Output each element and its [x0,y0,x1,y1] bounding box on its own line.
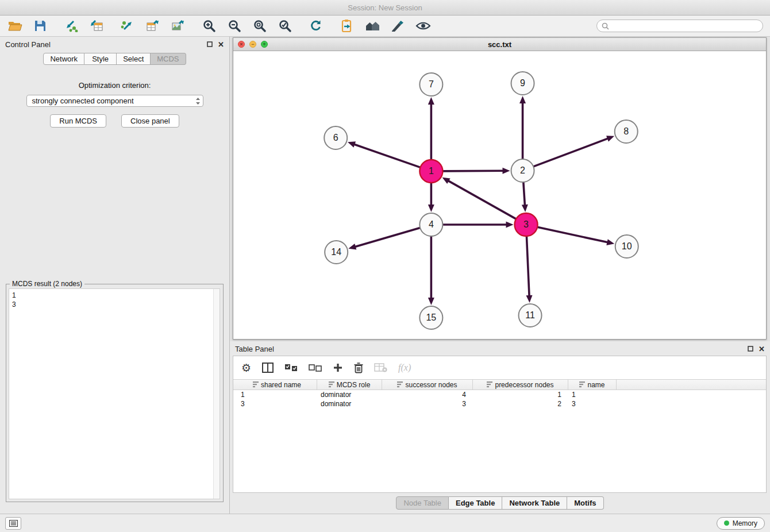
table-row[interactable]: 3dominator323 [237,399,766,408]
refresh-layout-button[interactable] [308,18,324,34]
new-table-button[interactable] [145,18,161,34]
select-all-icon [284,364,298,372]
window-titlebar[interactable]: Session: New Session [0,0,770,16]
zoom-selected-button[interactable] [277,18,293,34]
close-icon[interactable]: ✕ [759,345,765,353]
show-columns-button[interactable] [262,360,274,375]
table-cell: dominator [317,399,382,408]
zoom-group [201,18,293,34]
export-image-button[interactable] [170,18,186,34]
import-table-button[interactable] [88,18,105,34]
run-mcds-button[interactable]: Run MCDS [50,114,106,128]
panel-list-button[interactable] [5,517,21,530]
show-hide-button[interactable] [415,18,431,34]
tab-mcds[interactable]: MCDS [151,53,186,65]
window-zoom-icon[interactable]: + [261,41,268,48]
edge-3-11[interactable] [526,236,529,295]
edge-2-8[interactable] [533,138,607,167]
window-minimize-icon[interactable]: − [249,41,256,48]
save-session-button[interactable] [32,18,48,34]
main-toolbar [0,16,770,37]
window-close-icon[interactable]: × [238,41,245,48]
open-session-button[interactable] [7,18,23,34]
node-label: 9 [520,79,525,88]
edge-arrow-icon [522,205,528,212]
column-header-label: predecessor nodes [495,381,553,389]
tab-node-table[interactable]: Node Table [396,496,449,510]
view-group [339,18,431,34]
edge-2-3[interactable] [523,182,525,205]
control-panel: Control Panel ✕ NetworkStyleSelectMCDS O… [0,37,230,514]
import-network-button[interactable] [63,18,79,34]
sort-icon [487,381,492,388]
edge-1-2[interactable] [442,171,502,171]
file-group [7,18,48,34]
network-canvas[interactable]: 7968124314101511 [233,51,766,339]
column-header-MCDS-role[interactable]: MCDS role [317,380,382,390]
network-graph[interactable]: 7968124314101511 [233,51,766,339]
table-cell: 2 [473,399,568,408]
table-cell: 1 [237,390,317,399]
close-panel-button[interactable]: Close panel [121,114,179,128]
select-all-button[interactable] [284,360,298,375]
delete-column-button[interactable] [354,360,363,375]
criterion-dropdown[interactable]: strongly connected component [26,95,203,107]
column-header-successor-nodes[interactable]: successor nodes [382,380,473,390]
edge-4-14[interactable] [356,228,420,247]
import-table-icon [90,20,103,32]
network-window-titlebar[interactable]: × − + scc.txt [233,38,766,51]
search-input[interactable] [612,22,758,30]
column-header-predecessor-nodes[interactable]: predecessor nodes [473,380,568,390]
window-title: Session: New Session [348,3,422,12]
table-panel: Table Panel ✕ ⚙ [230,341,770,514]
tab-style[interactable]: Style [84,53,117,65]
tab-select[interactable]: Select [117,53,151,65]
column-header-label: name [587,381,605,389]
list-icon [9,520,18,527]
float-icon[interactable] [207,41,213,47]
edge-arrow-icon [519,96,526,103]
add-column-button[interactable] [333,360,343,375]
column-header-name[interactable]: name [568,380,617,390]
refresh-layout-icon [309,20,323,32]
close-icon[interactable]: ✕ [218,40,224,49]
node-label: 8 [623,127,629,137]
trash-icon [354,363,363,373]
float-icon[interactable] [748,346,753,352]
deselect-all-button[interactable] [309,360,322,375]
clone-network-button[interactable] [339,18,355,34]
column-header-shared-name[interactable]: shared name [237,380,317,390]
result-scrollbar[interactable] [213,289,220,499]
memory-button[interactable]: Memory [717,517,765,530]
tab-motifs[interactable]: Motifs [567,496,603,510]
optimization-criterion-label: Optimization criterion: [0,81,229,90]
table-row[interactable]: 1dominator411 [237,390,766,399]
zoom-out-button[interactable] [226,18,242,34]
edge-arrow-icon [428,97,434,105]
status-bar: Memory [0,514,770,532]
edge-arrow-icon [502,168,510,174]
tab-network-table[interactable]: Network Table [502,496,567,510]
main-area: Control Panel ✕ NetworkStyleSelectMCDS O… [0,37,770,514]
network-from-file-button[interactable] [120,18,136,34]
deselect-all-icon [309,364,322,372]
home-button[interactable] [364,18,380,34]
edge-3-1[interactable] [449,181,516,219]
memory-label: Memory [733,519,757,527]
zoom-in-icon [202,19,216,33]
mcds-result-list[interactable]: 13 [9,288,220,499]
criterion-value: strongly connected component [32,97,134,105]
edge-3-10[interactable] [537,227,607,242]
tab-edge-table[interactable]: Edge Table [449,496,502,510]
fx-icon: f(x) [398,363,411,373]
delete-table-icon [374,363,387,372]
search-field[interactable] [596,20,763,32]
style-brush-button[interactable] [390,18,406,34]
edge-1-6[interactable] [355,145,420,168]
table-settings-button[interactable]: ⚙ [241,360,251,375]
table-cell: 3 [382,399,473,408]
tab-network[interactable]: Network [43,53,84,65]
zoom-fit-button[interactable] [252,18,268,34]
edge-arrow-icon [606,239,614,245]
zoom-in-button[interactable] [201,18,217,34]
